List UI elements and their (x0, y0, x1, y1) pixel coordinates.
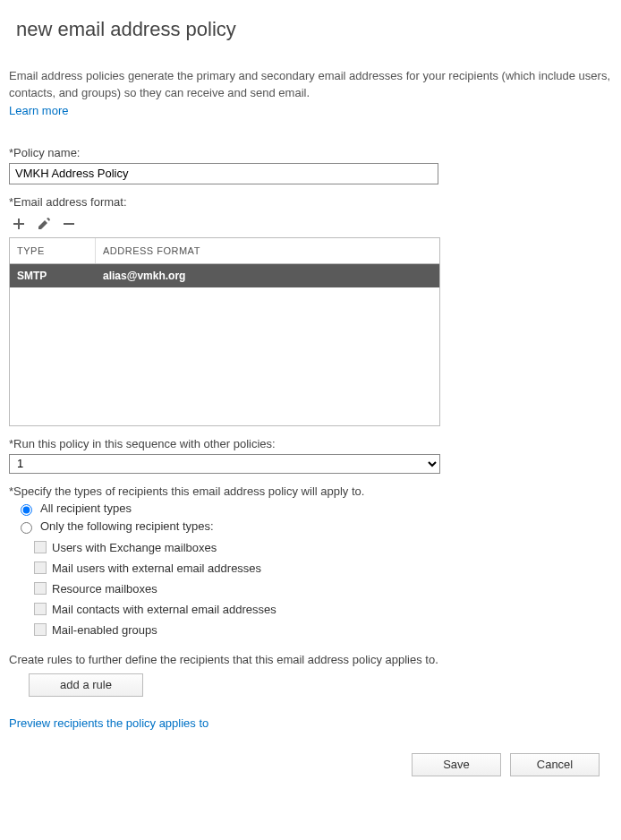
radio-only[interactable] (21, 522, 32, 534)
radio-only-row[interactable]: Only the following recipient types: (16, 519, 612, 534)
recipient-type-checklist: Users with Exchange mailboxes Mail users… (34, 541, 612, 637)
svg-rect-0 (64, 223, 74, 225)
check-label: Users with Exchange mailboxes (52, 541, 217, 554)
col-type: TYPE (10, 238, 96, 263)
check-row: Mail contacts with external email addres… (34, 603, 612, 616)
add-icon[interactable] (11, 216, 27, 232)
checkbox-resource-mbx (34, 582, 47, 595)
radio-only-label: Only the following recipient types: (40, 519, 214, 533)
radio-all-row[interactable]: All recipient types (16, 501, 612, 516)
email-format-label: *Email address format: (9, 195, 612, 209)
scope-label: *Specify the types of recipients this em… (9, 484, 612, 498)
add-rule-button[interactable]: add a rule (29, 673, 143, 697)
checkbox-mail-users-ext (34, 561, 47, 574)
checkbox-users-exchange (34, 541, 47, 553)
rules-description: Create rules to further define the recip… (9, 653, 612, 666)
check-label: Mail-enabled groups (52, 623, 157, 637)
cell-format: alias@vmkh.org (96, 264, 439, 287)
check-row: Mail-enabled groups (34, 623, 612, 637)
save-button[interactable]: Save (412, 753, 501, 776)
page-title: new email address policy (16, 18, 612, 41)
table-row[interactable]: SMTP alias@vmkh.org (10, 264, 439, 287)
radio-all-label: All recipient types (40, 501, 132, 515)
edit-icon[interactable] (36, 216, 52, 232)
check-row: Resource mailboxes (34, 582, 612, 596)
remove-icon[interactable] (61, 216, 77, 232)
checkbox-mail-enabled-groups (34, 623, 47, 636)
check-label: Resource mailboxes (52, 582, 157, 596)
learn-more-link[interactable]: Learn more (9, 104, 68, 117)
footer-buttons: Save Cancel (9, 753, 600, 776)
preview-recipients-link[interactable]: Preview recipients the policy applies to (9, 716, 208, 730)
table-body[interactable]: SMTP alias@vmkh.org (10, 264, 439, 425)
check-row: Mail users with external email addresses (34, 561, 612, 575)
cell-type: SMTP (10, 264, 96, 287)
policy-name-input[interactable] (9, 163, 438, 184)
radio-all[interactable] (21, 504, 32, 516)
format-toolbar (11, 216, 612, 232)
description-text: Email address policies generate the prim… (9, 68, 612, 102)
policy-name-label: *Policy name: (9, 146, 612, 159)
check-row: Users with Exchange mailboxes (34, 541, 612, 554)
checkbox-mail-contacts-ext (34, 603, 47, 615)
cancel-button[interactable]: Cancel (510, 753, 600, 776)
format-table: TYPE ADDRESS FORMAT SMTP alias@vmkh.org (9, 237, 440, 426)
check-label: Mail contacts with external email addres… (52, 603, 276, 616)
sequence-select[interactable]: 1 (9, 454, 440, 474)
check-label: Mail users with external email addresses (52, 561, 261, 575)
table-header: TYPE ADDRESS FORMAT (10, 238, 439, 264)
col-format: ADDRESS FORMAT (96, 238, 439, 263)
sequence-label: *Run this policy in this sequence with o… (9, 437, 612, 450)
